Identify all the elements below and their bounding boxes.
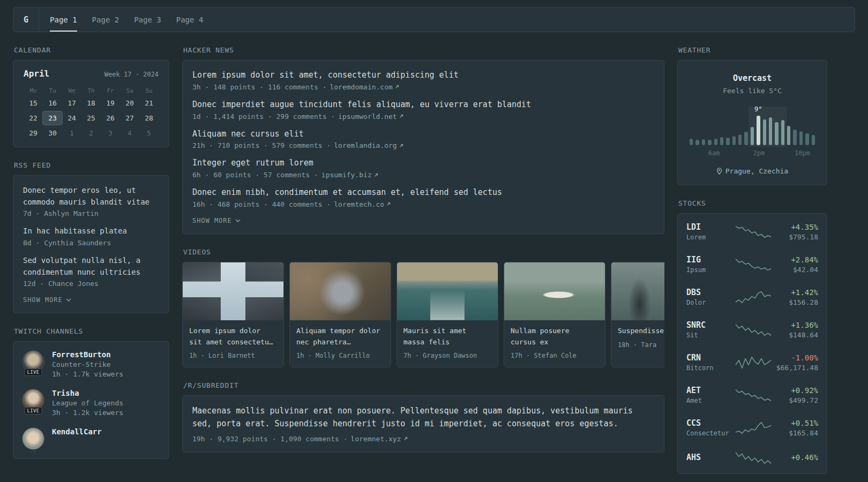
- external-link-icon: [395, 85, 399, 89]
- stock-row[interactable]: DBS Dolor +1.42% $156.28: [678, 281, 827, 313]
- rss-item-title[interactable]: In hac habitasse platea: [23, 225, 159, 237]
- twitch-avatar-wrap: LIVE: [22, 389, 44, 411]
- twitch-channel-game: League of Legends: [52, 399, 123, 407]
- stock-sparkline: [736, 290, 771, 304]
- video-title[interactable]: Aliquam tempor dolor nec pharetra…: [296, 326, 384, 348]
- twitch-channel-row[interactable]: LIVE Trisha League of Legends 3h · 1.2k …: [22, 389, 160, 417]
- stock-row[interactable]: AHS +0.46%: [678, 444, 827, 472]
- weather-bars: 9°: [689, 112, 816, 145]
- weather-bar: [781, 120, 784, 145]
- twitch-channel-name[interactable]: ForrestBurton: [52, 350, 123, 359]
- calendar-day: 28: [139, 111, 159, 125]
- video-thumbnail[interactable]: [504, 262, 605, 320]
- calendar-day: 29: [24, 126, 43, 140]
- weather-feels-like: Feels like 5°C: [686, 87, 818, 95]
- day-of-week-label: We: [62, 85, 81, 96]
- video-card[interactable]: Mauris sit amet massa felis 7h · Grayson…: [396, 262, 498, 368]
- hn-item-stats: 1d · 1,414 points · 299 comments ·: [192, 112, 335, 120]
- videos-section-title: VIDEOS: [183, 248, 664, 256]
- hn-item-domain-link[interactable]: loremlandia.org: [334, 141, 403, 149]
- weather-bar: [793, 130, 796, 145]
- video-card[interactable]: Lorem ipsum dolor sit amet consectetu… 1…: [182, 262, 284, 368]
- page-tab[interactable]: Page 4: [176, 7, 204, 32]
- twitch-channel-row[interactable]: LIVE ForrestBurton Counter-Strike 1h · 1…: [22, 350, 160, 378]
- hackernews-section-title: HACKER NEWS: [183, 46, 664, 54]
- right-column: WEATHER Overcast Feels like 5°C 9° 6am 2…: [677, 46, 827, 482]
- top-nav: G Page 1 Page 2 Page 3 Page 4: [13, 7, 855, 32]
- video-card[interactable]: Aliquam tempor dolor nec pharetra… 1h · …: [289, 262, 391, 368]
- middle-column: HACKER NEWS Lorem ipsum dolor sit amet, …: [182, 46, 664, 466]
- hn-item-title[interactable]: Integer eget rutrum lorem: [192, 157, 654, 169]
- stock-values: +1.36% $148.64: [789, 321, 818, 339]
- weather-bar: [763, 119, 766, 145]
- hn-item-title[interactable]: Donec imperdiet augue tincidunt felis al…: [192, 99, 654, 111]
- stock-row[interactable]: AET Amet +0.92% $499.72: [678, 379, 827, 411]
- hn-item-title[interactable]: Lorem ipsum dolor sit amet, consectetur …: [192, 70, 654, 81]
- stock-symbol: LDI: [686, 222, 732, 232]
- hn-item-domain-link[interactable]: loremtech.co: [334, 200, 391, 208]
- video-title[interactable]: Nullam posuere cursus ex: [511, 326, 598, 348]
- hn-item-domain: ipsumworld.net: [338, 112, 397, 120]
- twitch-channel-row[interactable]: KendallCarr: [22, 427, 160, 450]
- video-thumbnail[interactable]: [290, 262, 391, 320]
- page-tab[interactable]: Page 1: [50, 7, 77, 32]
- reddit-post-title[interactable]: Maecenas mollis pulvinar erat non posuer…: [192, 405, 654, 430]
- page-tab[interactable]: Page 3: [134, 7, 161, 32]
- calendar-day: 15: [24, 96, 43, 110]
- rss-item-title[interactable]: Donec tempor eros leo, ut commodo mauris…: [23, 185, 159, 208]
- stock-change: +2.84%: [791, 255, 818, 264]
- hn-item-domain-link[interactable]: loremdomain.com: [330, 83, 399, 91]
- page-tab-label: Page 3: [134, 16, 161, 24]
- video-meta: 7h · Grayson Dawson: [403, 352, 491, 359]
- video-title[interactable]: Suspendisse diam: [618, 326, 664, 337]
- app-logo: G: [13, 7, 39, 32]
- calendar-day: 17: [62, 96, 81, 110]
- stock-row[interactable]: SNRC Sit +1.36% $148.64: [678, 313, 827, 346]
- day-of-week-label: Fr: [101, 85, 120, 96]
- twitch-channel-name[interactable]: KendallCarr: [52, 427, 102, 436]
- video-thumbnail[interactable]: [611, 262, 664, 320]
- external-link-icon: [386, 202, 391, 206]
- rss-item-title[interactable]: Sed volutpat nulla nisl, a condimentum n…: [23, 255, 159, 278]
- calendar-day: 19: [101, 96, 120, 110]
- video-card[interactable]: Nullam posuere cursus ex 17h · Stefan Co…: [504, 262, 605, 368]
- reddit-post-domain-link[interactable]: loremnet.xyz: [351, 435, 408, 443]
- stock-sparkline: [736, 388, 771, 402]
- video-thumbnail[interactable]: [397, 262, 498, 320]
- hackernews-list: Lorem ipsum dolor sit amet, consectetur …: [192, 70, 654, 208]
- stock-row[interactable]: CCS Consectetur +0.51% $165.84: [678, 411, 827, 444]
- external-link-icon: [399, 114, 403, 118]
- calendar-day: 1: [62, 126, 81, 140]
- twitch-channel-name[interactable]: Trisha: [52, 389, 123, 397]
- hn-item-domain-link[interactable]: ipsumify.biz: [321, 171, 378, 179]
- hn-item-domain-link[interactable]: ipsumworld.net: [338, 112, 403, 120]
- page-tabs: Page 1 Page 2 Page 3 Page 4: [50, 7, 203, 32]
- stock-row[interactable]: CRN Bitcorn -1.00% $66,171.48: [678, 346, 827, 379]
- stock-id: IIG Ipsum: [686, 255, 732, 274]
- stock-sparkline: [736, 323, 771, 337]
- video-thumbnail[interactable]: [183, 262, 283, 320]
- hn-item-meta: 21h · 710 points · 579 comments · loreml…: [192, 141, 654, 149]
- hn-item-title[interactable]: Donec enim nibh, condimentum et accumsan…: [192, 187, 654, 199]
- page-tab[interactable]: Page 2: [92, 7, 119, 32]
- calendar-day: 30: [43, 126, 62, 140]
- subreddit-widget: /R/SUBREDDIT Maecenas mollis pulvinar er…: [182, 381, 664, 453]
- weather-hourly-chart: 9°: [689, 112, 816, 145]
- weather-bar: [690, 139, 693, 145]
- hn-item-stats: 3h · 148 points · 116 comments ·: [192, 83, 326, 91]
- rss-show-more-button[interactable]: SHOW MORE: [23, 296, 71, 304]
- video-title[interactable]: Lorem ipsum dolor sit amet consectetu…: [189, 326, 277, 348]
- weather-bar: [769, 117, 772, 145]
- video-title[interactable]: Mauris sit amet massa felis: [403, 326, 491, 348]
- video-card[interactable]: Suspendisse diam 18h · Tara: [611, 262, 664, 368]
- hn-item: Donec imperdiet augue tincidunt felis al…: [192, 99, 654, 120]
- hackernews-show-more-button[interactable]: SHOW MORE: [192, 217, 241, 224]
- stock-row[interactable]: LDI Lorem +4.35% $795.18: [678, 215, 827, 248]
- weather-bar: [738, 134, 742, 145]
- hn-item-meta: 16h · 468 points · 440 comments · loremt…: [192, 200, 654, 208]
- rss-item-meta: 12d · Chance Jones: [23, 280, 159, 288]
- video-card-body: Lorem ipsum dolor sit amet consectetu… 1…: [183, 320, 283, 367]
- stock-row[interactable]: IIG Ipsum +2.84% $42.04: [678, 248, 827, 281]
- stock-price: $499.72: [789, 396, 818, 404]
- hn-item-title[interactable]: Aliquam nec cursus elit: [192, 129, 654, 140]
